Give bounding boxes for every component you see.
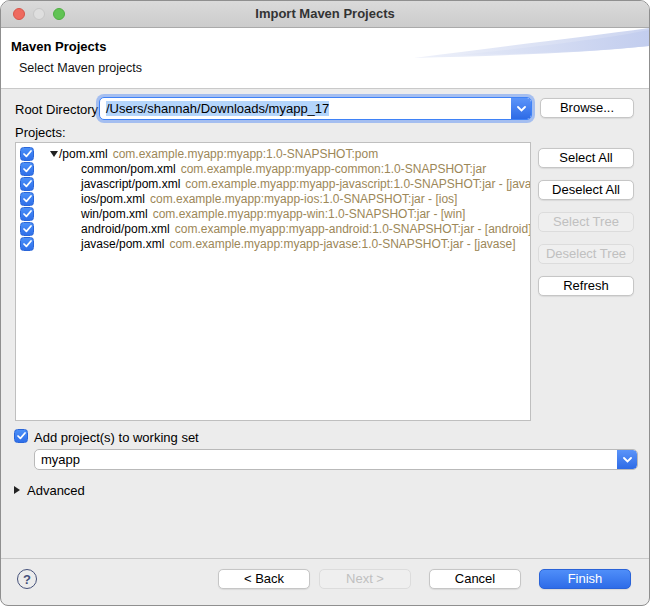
project-name: android/pom.xml [81,222,170,236]
project-detail: com.example.myapp:myapp-common:1.0-SNAPS… [181,162,486,176]
back-button[interactable]: < Back [218,569,310,589]
page-subtitle: Select Maven projects [19,61,142,75]
project-detail: com.example.myapp:myapp-win:1.0-SNAPSHOT… [153,207,466,221]
project-checkbox[interactable] [20,237,34,251]
project-name: javascript/pom.xml [81,177,180,191]
title-bar: Import Maven Projects [1,1,649,28]
tree-row[interactable]: /pom.xml com.example.myapp:myapp:1.0-SNA… [16,146,530,161]
wizard-header: Maven Projects Select Maven projects [1,28,649,89]
project-detail: com.example.myapp:myapp-javascript:1.0-S… [185,177,530,191]
checkmark-icon [17,432,26,440]
projects-tree[interactable]: /pom.xml com.example.myapp:myapp:1.0-SNA… [15,142,531,421]
checkmark-icon [23,165,32,173]
finish-button[interactable]: Finish [539,569,631,589]
checkmark-icon [23,150,32,158]
tree-row[interactable]: ios/pom.xml com.example.myapp:myapp-ios:… [16,191,530,206]
root-directory-dropdown-button[interactable] [511,98,531,119]
root-directory-value[interactable]: /Users/shannah/Downloads/myapp_17 [100,101,511,116]
root-directory-combo[interactable]: /Users/shannah/Downloads/myapp_17 [99,97,532,120]
project-name: win/pom.xml [81,207,148,221]
window-title: Import Maven Projects [1,6,649,21]
deselect-tree-button: Deselect Tree [538,244,634,264]
cancel-button[interactable]: Cancel [429,569,521,589]
tree-row[interactable]: win/pom.xml com.example.myapp:myapp-win:… [16,206,530,221]
project-name: /pom.xml [59,147,108,161]
projects-label: Projects: [15,125,66,140]
working-set-value[interactable]: myapp [35,452,617,467]
working-set-combo[interactable]: myapp [34,449,638,470]
advanced-label[interactable]: Advanced [27,483,85,498]
chevron-down-icon [623,457,632,463]
checkmark-icon [23,210,32,218]
chevron-down-icon [517,106,526,112]
project-name: ios/pom.xml [81,192,145,206]
tree-row[interactable]: javase/pom.xml com.example.myapp:myapp-j… [16,236,530,251]
select-tree-button: Select Tree [538,212,634,232]
browse-button[interactable]: Browse... [540,98,634,118]
working-set-checkbox[interactable] [14,429,28,443]
disclosure-expanded-icon[interactable] [50,151,58,157]
select-all-button[interactable]: Select All [538,148,634,168]
page-title: Maven Projects [11,39,106,54]
project-name: javase/pom.xml [81,237,164,251]
import-maven-projects-dialog: Import Maven Projects Maven Projects Sel… [0,0,650,606]
working-set-dropdown-button[interactable] [617,450,637,469]
next-button: Next > [319,569,411,589]
project-detail: com.example.myapp:myapp-ios:1.0-SNAPSHOT… [150,192,457,206]
project-checkbox[interactable] [20,162,34,176]
tree-row[interactable]: common/pom.xml com.example.myapp:myapp-c… [16,161,530,176]
project-detail: com.example.myapp:myapp:1.0-SNAPSHOT:pom [113,147,378,161]
checkmark-icon [23,240,32,248]
checkmark-icon [23,225,32,233]
project-checkbox[interactable] [20,207,34,221]
tree-row[interactable]: android/pom.xml com.example.myapp:myapp-… [16,221,530,236]
root-directory-label: Root Directory: [15,102,102,117]
project-detail: com.example.myapp:myapp-android:1.0-SNAP… [175,222,530,236]
project-checkbox[interactable] [20,177,34,191]
project-name: common/pom.xml [81,162,176,176]
project-checkbox[interactable] [20,222,34,236]
project-checkbox[interactable] [20,147,34,161]
deselect-all-button[interactable]: Deselect All [538,180,634,200]
help-button[interactable]: ? [17,569,37,589]
wizard-banner-swoosh-decoration [414,28,649,62]
working-set-label[interactable]: Add project(s) to working set [34,430,199,445]
refresh-button[interactable]: Refresh [538,276,634,296]
advanced-disclosure-icon[interactable] [14,486,20,494]
project-checkbox[interactable] [20,192,34,206]
tree-row[interactable]: javascript/pom.xml com.example.myapp:mya… [16,176,530,191]
footer-separator [1,558,649,559]
checkmark-icon [23,180,32,188]
checkmark-icon [23,195,32,203]
project-detail: com.example.myapp:myapp-javase:1.0-SNAPS… [169,237,515,251]
